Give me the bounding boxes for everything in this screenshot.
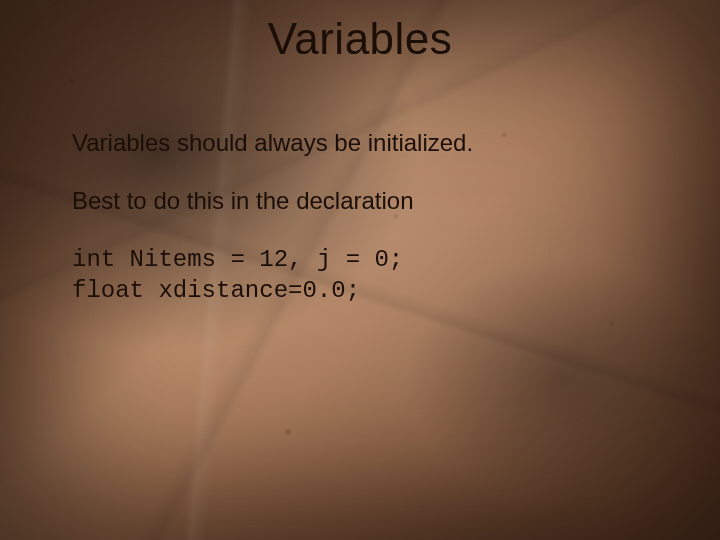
body-line-2: Best to do this in the declaration	[72, 186, 660, 216]
code-line-1: int Nitems = 12, j = 0;	[72, 244, 660, 275]
slide-body: Variables should always be initialized. …	[72, 128, 660, 306]
slide: Variables Variables should always be ini…	[0, 0, 720, 540]
body-line-1: Variables should always be initialized.	[72, 128, 660, 158]
slide-title: Variables	[0, 14, 720, 64]
code-line-2: float xdistance=0.0;	[72, 275, 660, 306]
